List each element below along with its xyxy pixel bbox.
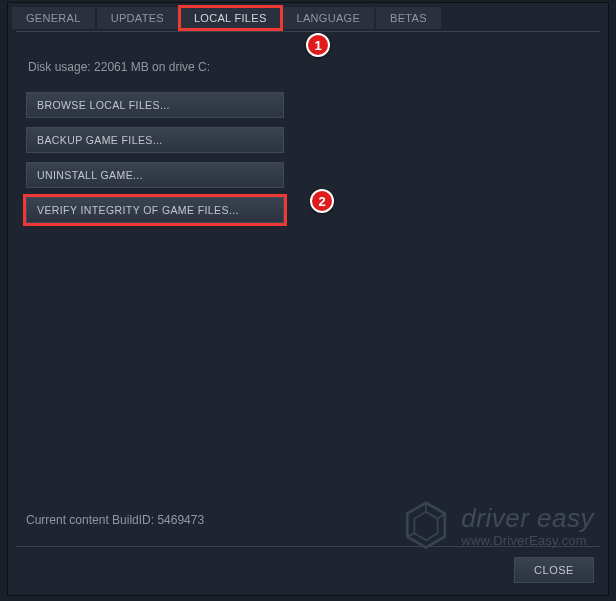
annotation-callout-2: 2 — [310, 189, 334, 213]
verify-integrity-button[interactable]: VERIFY INTEGRITY OF GAME FILES... — [26, 197, 284, 223]
local-files-panel: Disk usage: 22061 MB on drive C: BROWSE … — [8, 32, 608, 250]
uninstall-game-button[interactable]: UNINSTALL GAME... — [26, 162, 284, 188]
watermark-text: driver easy www.DriverEasy.com — [461, 505, 594, 548]
browse-local-files-button[interactable]: BROWSE LOCAL FILES... — [26, 92, 284, 118]
close-button[interactable]: CLOSE — [514, 557, 594, 583]
footer-divider — [16, 546, 600, 547]
disk-usage-text: Disk usage: 22061 MB on drive C: — [26, 60, 590, 74]
svg-marker-1 — [415, 512, 438, 541]
backup-game-files-button[interactable]: BACKUP GAME FILES... — [26, 127, 284, 153]
drivereasy-logo-icon — [401, 501, 451, 551]
tab-language[interactable]: LANGUAGE — [283, 7, 375, 29]
tab-bar: GENERAL UPDATES LOCAL FILES LANGUAGE BET… — [8, 3, 608, 29]
properties-window: GENERAL UPDATES LOCAL FILES LANGUAGE BET… — [7, 2, 609, 596]
tab-general[interactable]: GENERAL — [12, 7, 95, 29]
tab-betas[interactable]: BETAS — [376, 7, 441, 29]
build-id-text: Current content BuildID: 5469473 — [26, 513, 204, 527]
tab-local-files[interactable]: LOCAL FILES — [180, 7, 281, 29]
tab-updates[interactable]: UPDATES — [97, 7, 178, 29]
watermark-title: driver easy — [461, 505, 594, 531]
watermark: driver easy www.DriverEasy.com — [401, 501, 594, 551]
